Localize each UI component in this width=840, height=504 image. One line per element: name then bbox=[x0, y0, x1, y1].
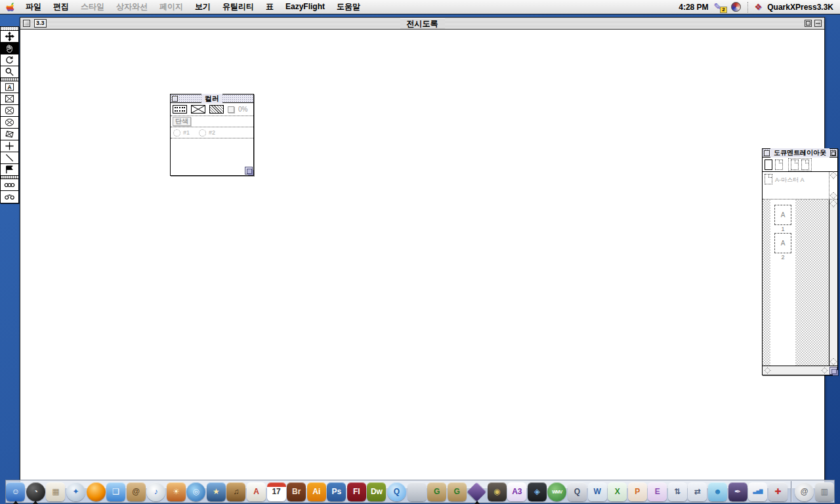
background-color-icon[interactable] bbox=[209, 105, 224, 114]
blend-radio-1[interactable] bbox=[173, 129, 180, 136]
color-list[interactable] bbox=[171, 138, 253, 175]
dock-item-preview[interactable]: ▦ bbox=[46, 480, 66, 503]
dock-item-emulator-diamond[interactable] bbox=[467, 480, 487, 503]
scroll-up-icon[interactable] bbox=[830, 200, 837, 207]
dock-item-ms-entourage[interactable]: E bbox=[648, 480, 667, 503]
flag-tool[interactable] bbox=[1, 164, 18, 176]
menu-item-0[interactable]: 파일 bbox=[20, 0, 47, 14]
rect-picture-box-tool[interactable] bbox=[1, 93, 18, 105]
contents-color-icon[interactable] bbox=[191, 105, 205, 114]
rotation-tool[interactable] bbox=[1, 54, 18, 66]
active-app-menu[interactable]: QuarkXPress3.3K bbox=[767, 3, 833, 12]
dock-item-ichat[interactable]: ❑ bbox=[106, 480, 126, 503]
dock-item-adobe-illustrator[interactable]: Ai bbox=[306, 480, 326, 503]
dock-item-firefox[interactable] bbox=[86, 480, 106, 503]
scroll-left-icon[interactable] bbox=[765, 368, 771, 374]
textbox-tool[interactable]: A bbox=[1, 81, 18, 93]
dock-item-mail-stamp[interactable]: @ bbox=[795, 480, 814, 503]
dock-item-file-converter-2[interactable]: ⇄ bbox=[688, 480, 707, 503]
scroll-down-icon[interactable] bbox=[830, 358, 837, 365]
collapse-box[interactable] bbox=[814, 20, 822, 27]
menu-item-7[interactable]: 표 bbox=[260, 0, 280, 14]
dock-item-adobe-photoshop[interactable]: Ps bbox=[327, 480, 346, 503]
dock-item-draw-app[interactable]: A bbox=[247, 480, 266, 503]
zoom-box[interactable] bbox=[805, 20, 812, 27]
dock-item-quicktime[interactable]: Q bbox=[387, 480, 407, 503]
dock-item-quarkxpress[interactable]: Q bbox=[568, 480, 587, 503]
dock-item-adobe-dreamweaver[interactable]: Dw bbox=[367, 480, 387, 503]
dock-item-adobe-flash[interactable]: Fl bbox=[347, 480, 367, 503]
solid-blend-button[interactable]: 단색 bbox=[173, 117, 191, 126]
input-method-menu[interactable]: ✎ 2 bbox=[714, 1, 726, 13]
dock-item-address-book[interactable]: @ bbox=[126, 480, 146, 503]
dock-item-film-reel-app[interactable]: ◉ bbox=[488, 480, 507, 503]
master-page-icon-2[interactable] bbox=[801, 159, 809, 170]
scroll-right-icon[interactable] bbox=[822, 368, 828, 374]
dock-item-trash[interactable]: ▥ bbox=[814, 480, 834, 503]
colors-resize-grip[interactable] bbox=[245, 167, 253, 175]
apple-menu[interactable] bbox=[0, 2, 20, 12]
dock-item-itunes[interactable]: ♪ bbox=[146, 480, 166, 503]
dock-item-idvd[interactable]: ◎ bbox=[186, 480, 206, 503]
blend-radio-2[interactable] bbox=[199, 129, 206, 136]
menu-clock[interactable]: 4:28 PM bbox=[679, 3, 708, 12]
master-page-icon-1[interactable] bbox=[791, 159, 799, 170]
content-tool[interactable] bbox=[1, 43, 18, 54]
dock-item-classic-emulator-2[interactable]: G bbox=[447, 480, 467, 503]
unlinking-tool[interactable] bbox=[1, 191, 18, 203]
zoom-tool[interactable] bbox=[1, 66, 18, 78]
menu-item-8[interactable]: EazyFlight bbox=[280, 0, 331, 14]
layout-resize-grip[interactable] bbox=[830, 367, 837, 375]
dock-item-finder[interactable]: ☺ bbox=[6, 480, 26, 503]
dock-item-ms-excel[interactable]: X bbox=[608, 480, 627, 503]
dock-item-developer-tools[interactable]: ✚ bbox=[768, 480, 788, 503]
page-icon-2[interactable]: A bbox=[774, 233, 791, 253]
dock-item-imovie[interactable]: ★ bbox=[207, 480, 226, 503]
dock-item-ink-app[interactable]: ✒ bbox=[728, 480, 747, 503]
dock-item-ical[interactable]: 17 bbox=[266, 480, 286, 503]
rounded-picture-box-tool[interactable] bbox=[1, 105, 18, 117]
dock-item-ms-powerpoint[interactable]: P bbox=[627, 480, 647, 503]
master-a-page-icon[interactable] bbox=[765, 174, 772, 184]
layout-close-box[interactable] bbox=[764, 150, 770, 156]
master-a-name[interactable]: A-마스터 A bbox=[775, 176, 805, 184]
layout-palette-title-bar[interactable]: 도큐멘트레이아웃 bbox=[763, 149, 837, 158]
blank-page-icon[interactable] bbox=[765, 159, 772, 170]
item-tool[interactable] bbox=[1, 31, 18, 43]
menu-item-1[interactable]: 편집 bbox=[47, 0, 75, 14]
dock-item-a3-app[interactable]: A3 bbox=[507, 480, 527, 503]
dock-item-camera-app[interactable]: ◈ bbox=[528, 480, 547, 503]
dock-item-ms-word[interactable]: W bbox=[587, 480, 607, 503]
dock-item-wmv-player[interactable]: WMV bbox=[547, 480, 567, 503]
polygon-picture-box-tool[interactable] bbox=[1, 129, 18, 140]
shade-popup-icon[interactable] bbox=[228, 106, 234, 113]
layout-zoom-box[interactable] bbox=[830, 150, 836, 156]
dock-item-apple-gray-app[interactable] bbox=[407, 480, 427, 503]
dock-item-garageband[interactable]: ♫ bbox=[226, 480, 246, 503]
dock-item-chart-app[interactable]: ▃▅▇ bbox=[748, 480, 768, 503]
dock-item-safari[interactable]: ✦ bbox=[66, 480, 86, 503]
orthogonal-line-tool[interactable] bbox=[1, 140, 18, 152]
dock-item-iphoto[interactable]: ☀ bbox=[167, 480, 186, 503]
frame-color-icon[interactable] bbox=[173, 105, 187, 114]
oval-picture-box-tool[interactable] bbox=[1, 117, 18, 129]
close-box[interactable] bbox=[23, 20, 30, 27]
dock-item-adobe-bridge[interactable]: Br bbox=[287, 480, 306, 503]
scroll-down-icon[interactable] bbox=[830, 192, 837, 199]
colors-palette-title-bar[interactable]: 컬러 bbox=[171, 94, 253, 103]
dock-item-file-converter-1[interactable]: ⇅ bbox=[668, 480, 688, 503]
dock-item-classic-emulator-1[interactable]: G bbox=[427, 480, 447, 503]
document-canvas[interactable] bbox=[20, 30, 824, 488]
linking-tool[interactable] bbox=[1, 179, 18, 191]
blank-facing-page-icon[interactable] bbox=[775, 159, 783, 170]
menu-item-9[interactable]: 도움말 bbox=[331, 0, 366, 14]
colors-close-box[interactable] bbox=[172, 96, 178, 102]
menu-item-6[interactable]: 유틸리티 bbox=[217, 0, 260, 14]
menu-item-5[interactable]: 보기 bbox=[189, 0, 217, 14]
scroll-up-icon[interactable] bbox=[830, 171, 837, 178]
page-icon-1[interactable]: A bbox=[774, 205, 791, 225]
dock-item-messenger[interactable]: ☻ bbox=[708, 480, 728, 503]
window-title-bar[interactable]: 3.3 전시도록 bbox=[20, 18, 824, 30]
diagonal-line-tool[interactable] bbox=[1, 152, 18, 164]
dock-item-dashboard[interactable]: ◔ bbox=[26, 480, 46, 503]
